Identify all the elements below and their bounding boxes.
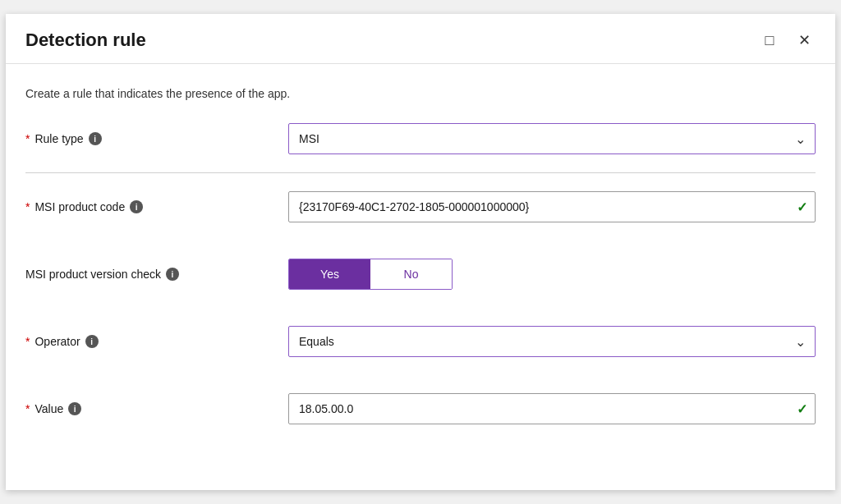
msi-product-code-label: * MSI product code i — [25, 200, 288, 213]
rule-type-info-icon: i — [89, 132, 102, 145]
msi-version-check-label: MSI product version check i — [25, 268, 288, 281]
operator-control: Equals Not equal Greater than Greater th… — [288, 326, 816, 357]
detection-rule-dialog: Detection rule □ ✕ Create a rule that in… — [6, 14, 835, 490]
msi-product-code-input-wrapper: ✓ — [288, 191, 816, 222]
value-label-text: Value — [34, 402, 63, 415]
close-button[interactable]: ✕ — [793, 29, 816, 52]
value-row: * Value i ✓ — [25, 393, 816, 442]
rule-type-select[interactable]: MSI File Registry Script — [288, 123, 816, 154]
dialog-title: Detection rule — [25, 30, 146, 51]
msi-product-code-required-star: * — [25, 200, 30, 213]
header-controls: □ ✕ — [758, 29, 816, 52]
msi-product-code-valid-icon: ✓ — [797, 199, 807, 215]
msi-product-code-input[interactable] — [288, 191, 816, 222]
operator-label: * Operator i — [25, 335, 288, 348]
msi-version-check-info-icon: i — [166, 268, 179, 281]
restore-button[interactable]: □ — [758, 29, 781, 52]
rule-type-label: * Rule type i — [25, 132, 288, 145]
rule-type-row: * Rule type i MSI File Registry Script ⌄ — [25, 123, 816, 173]
msi-version-no-button[interactable]: No — [370, 259, 452, 289]
value-control: ✓ — [288, 393, 816, 424]
rule-type-label-text: Rule type — [34, 132, 83, 145]
msi-version-check-label-text: MSI product version check — [25, 268, 161, 281]
msi-product-code-control: ✓ — [288, 191, 816, 222]
value-input-wrapper: ✓ — [288, 393, 816, 424]
msi-product-code-info-icon: i — [130, 200, 143, 213]
msi-version-toggle-group: Yes No — [288, 259, 453, 290]
operator-required-star: * — [25, 335, 30, 348]
value-required-star: * — [25, 402, 30, 415]
rule-type-required-star: * — [25, 132, 30, 145]
value-input[interactable] — [288, 393, 816, 424]
value-valid-icon: ✓ — [797, 401, 807, 417]
operator-row: * Operator i Equals Not equal Greater th… — [25, 326, 816, 375]
dialog-body: Create a rule that indicates the presenc… — [6, 64, 835, 490]
value-info-icon: i — [68, 402, 81, 415]
rule-type-control: MSI File Registry Script ⌄ — [288, 123, 816, 154]
msi-version-check-control: Yes No — [288, 259, 816, 290]
msi-version-yes-button[interactable]: Yes — [289, 259, 370, 289]
msi-product-code-label-text: MSI product code — [34, 200, 125, 213]
operator-select[interactable]: Equals Not equal Greater than Greater th… — [288, 326, 816, 357]
rule-type-select-wrapper: MSI File Registry Script ⌄ — [288, 123, 816, 154]
dialog-header: Detection rule □ ✕ — [6, 14, 835, 64]
dialog-subtitle: Create a rule that indicates the presenc… — [25, 87, 816, 100]
operator-label-text: Operator — [34, 335, 80, 348]
operator-info-icon: i — [85, 335, 99, 348]
msi-version-check-row: MSI product version check i Yes No — [25, 259, 816, 308]
msi-product-code-row: * MSI product code i ✓ — [25, 191, 816, 241]
operator-select-wrapper: Equals Not equal Greater than Greater th… — [288, 326, 816, 357]
value-label: * Value i — [25, 402, 288, 415]
